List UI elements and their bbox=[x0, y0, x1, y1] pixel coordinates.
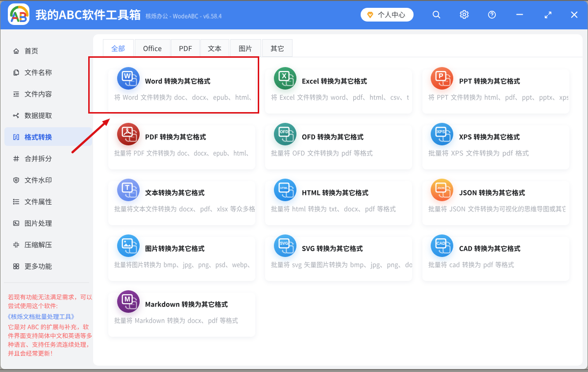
svg-text:CAD: CAD bbox=[437, 241, 445, 246]
svg-text:P: P bbox=[439, 72, 443, 80]
svg-text:JSON: JSON bbox=[437, 186, 444, 189]
svg-text:OFD: OFD bbox=[280, 130, 288, 134]
svg-text:HTML: HTML bbox=[280, 186, 288, 189]
svg-text:XPS: XPS bbox=[437, 130, 445, 134]
svg-text:T: T bbox=[125, 184, 129, 191]
svg-text:X: X bbox=[282, 72, 287, 80]
svg-text:SVG: SVG bbox=[280, 241, 288, 246]
svg-text:M: M bbox=[124, 295, 130, 303]
